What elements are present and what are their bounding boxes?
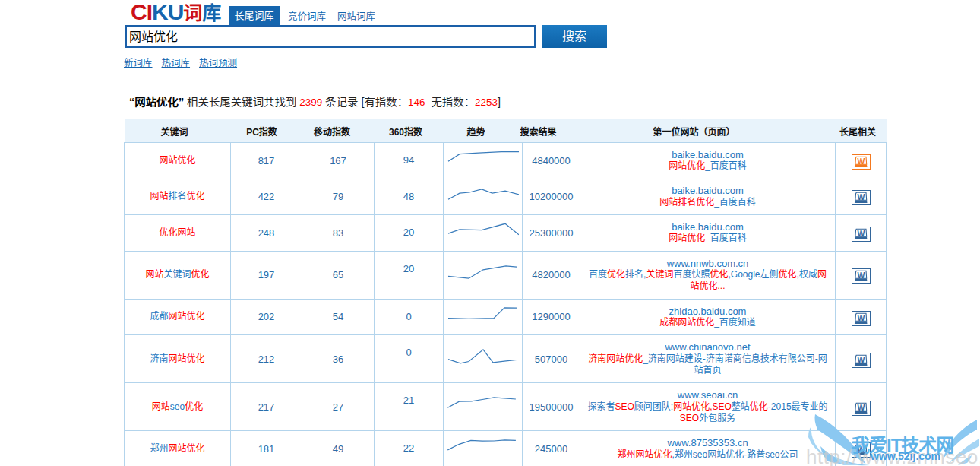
svg-text:W: W — [857, 402, 865, 411]
svg-text:W: W — [857, 271, 865, 280]
svg-text:W: W — [857, 228, 865, 237]
svg-text:W: W — [857, 156, 865, 165]
svg-text:W: W — [857, 192, 865, 201]
svg-text:W: W — [857, 312, 865, 322]
svg-text:W: W — [857, 354, 865, 363]
svg-text:W: W — [857, 445, 865, 454]
